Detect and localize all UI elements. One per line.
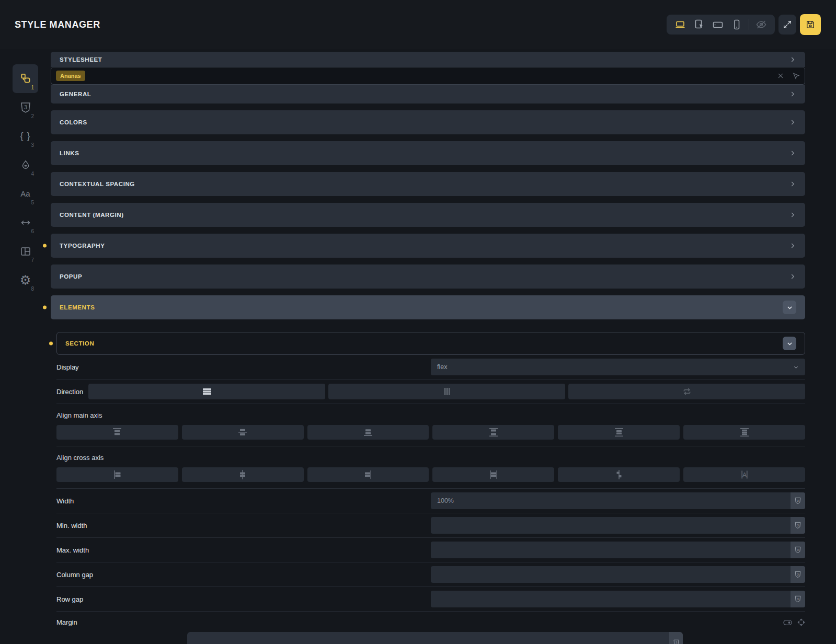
link-values-icon[interactable] <box>797 618 805 626</box>
margin-label: Margin <box>56 618 77 626</box>
align-self-button[interactable] <box>558 467 680 482</box>
save-button[interactable] <box>800 14 821 35</box>
width-label: Width <box>56 497 74 505</box>
stylesheet-tag[interactable]: Ananas <box>56 71 85 81</box>
display-select[interactable]: flex <box>431 359 805 375</box>
toggle-icon[interactable] <box>783 619 792 626</box>
modified-dot <box>43 244 47 248</box>
accordion-contextual-spacing[interactable]: CONTEXTUAL SPACING <box>51 172 805 196</box>
droplet-icon <box>20 159 31 171</box>
accordion-elements[interactable]: ELEMENTS <box>51 295 805 319</box>
desktop-preview-button[interactable] <box>671 16 690 33</box>
accordion-colors[interactable]: COLORS <box>51 110 805 134</box>
accordion-label: LINKS <box>60 150 79 156</box>
accordion-stylesheet[interactable]: STYLESHEET <box>51 52 805 67</box>
svg-text:3: 3 <box>797 499 799 502</box>
layout-icon <box>19 245 32 258</box>
phone-preview-button[interactable] <box>727 16 746 33</box>
toggle-visibility-button[interactable] <box>752 16 771 33</box>
align-self-icon <box>613 470 625 479</box>
collapse-button[interactable] <box>783 301 796 314</box>
modified-dot <box>43 306 47 309</box>
columns-icon <box>443 387 451 396</box>
sidebar-item-settings[interactable]: ⚙ 8 <box>13 266 38 294</box>
phone-icon <box>730 18 743 31</box>
accordion-links[interactable]: LINKS <box>51 141 805 165</box>
chevron-right-icon <box>789 90 796 98</box>
direction-column-button[interactable] <box>328 384 565 399</box>
sidebar-item-typography[interactable]: Aa 5 <box>13 179 38 208</box>
display-label: Display <box>56 363 79 371</box>
align-main-axis-label: Align main axis <box>56 411 805 419</box>
accordion-label: STYLESHEET <box>60 56 102 63</box>
tablet-preview-button[interactable] <box>690 16 708 33</box>
row-gap-row: Row gap 3 <box>56 587 805 612</box>
accordion-typography[interactable]: TYPOGRAPHY <box>51 234 805 258</box>
align-center-button[interactable] <box>182 467 304 482</box>
width-input[interactable]: 100% 3 <box>431 492 805 509</box>
sidebar-item-number: 4 <box>31 171 34 177</box>
max-width-input[interactable]: 3 <box>431 542 805 558</box>
accordion-label: TYPOGRAPHY <box>60 243 105 249</box>
justify-space-evenly-button[interactable] <box>683 425 805 440</box>
direction-row-button[interactable] <box>88 384 325 399</box>
justify-center-button[interactable] <box>182 425 304 440</box>
unit-toggle-button[interactable]: 3 <box>791 492 805 509</box>
css3-shield-icon: 3 <box>19 101 32 114</box>
accordion-label: CONTEXTUAL SPACING <box>60 181 135 187</box>
chevron-right-icon <box>789 180 796 188</box>
stylesheet-selector-row[interactable]: Ananas <box>51 67 805 85</box>
column-gap-input[interactable]: 3 <box>431 566 805 583</box>
sidebar-item-colors[interactable]: 4 <box>13 151 38 179</box>
accordion-general[interactable]: GENERAL <box>51 85 805 104</box>
css3-shield-icon: 3 <box>794 546 801 554</box>
row-gap-label: Row gap <box>56 595 83 603</box>
sidebar-item-styles[interactable]: 1 <box>13 64 38 93</box>
page-title: STYLE MANAGER <box>15 19 100 30</box>
accordion-section[interactable]: SECTION <box>56 332 805 355</box>
unit-toggle-button[interactable]: 3 <box>669 632 683 644</box>
row-gap-input[interactable]: 3 <box>431 591 805 607</box>
chevron-right-icon <box>789 119 796 126</box>
section-properties: Display flex Direction <box>56 355 805 644</box>
min-width-label: Min. width <box>56 522 87 530</box>
tablet-landscape-icon <box>712 18 724 31</box>
align-baseline-icon: A <box>739 470 750 479</box>
unit-toggle-button[interactable]: 3 <box>791 517 805 534</box>
cursor-icon[interactable] <box>792 72 800 80</box>
unit-toggle-button[interactable]: 3 <box>791 566 805 583</box>
repeat-icon <box>682 387 692 396</box>
clear-icon[interactable] <box>777 72 784 79</box>
max-width-row: Max. width 3 <box>56 538 805 562</box>
align-stretch-button[interactable] <box>432 467 554 482</box>
accordion-popup[interactable]: POPUP <box>51 264 805 289</box>
justify-space-around-button[interactable] <box>558 425 680 440</box>
accordion-content-margin[interactable]: CONTENT (MARGIN) <box>51 203 805 227</box>
margin-top-input[interactable]: 3 <box>187 632 683 644</box>
sidebar-item-custom-code[interactable]: { } 3 <box>13 122 38 151</box>
align-start-button[interactable] <box>56 467 178 482</box>
accordion-label: COLORS <box>60 119 87 125</box>
justify-start-button[interactable] <box>56 425 178 440</box>
sidebar-item-spacing[interactable]: 6 <box>13 208 38 237</box>
align-end-button[interactable] <box>307 467 429 482</box>
chevron-right-icon <box>789 242 796 249</box>
direction-reverse-button[interactable] <box>568 384 805 399</box>
tablet-landscape-preview-button[interactable] <box>708 16 727 33</box>
align-end-icon <box>362 470 374 479</box>
sidebar-item-css[interactable]: 3 2 <box>13 93 38 122</box>
justify-end-button[interactable] <box>307 425 429 440</box>
collapse-button[interactable] <box>783 337 796 350</box>
sidebar-item-layout[interactable]: 7 <box>13 237 38 266</box>
width-row: Width 100% 3 <box>56 489 805 513</box>
css3-shield-icon: 3 <box>794 522 801 529</box>
justify-end-icon <box>363 428 373 437</box>
unit-toggle-button[interactable]: 3 <box>791 591 805 607</box>
justify-space-between-button[interactable] <box>432 425 554 440</box>
fullscreen-button[interactable] <box>778 15 796 34</box>
justify-center-icon <box>237 428 248 437</box>
unit-toggle-button[interactable]: 3 <box>791 542 805 558</box>
min-width-input[interactable]: 3 <box>431 517 805 534</box>
tablet-cursor-icon <box>693 18 705 31</box>
align-baseline-button[interactable]: A <box>683 467 805 482</box>
